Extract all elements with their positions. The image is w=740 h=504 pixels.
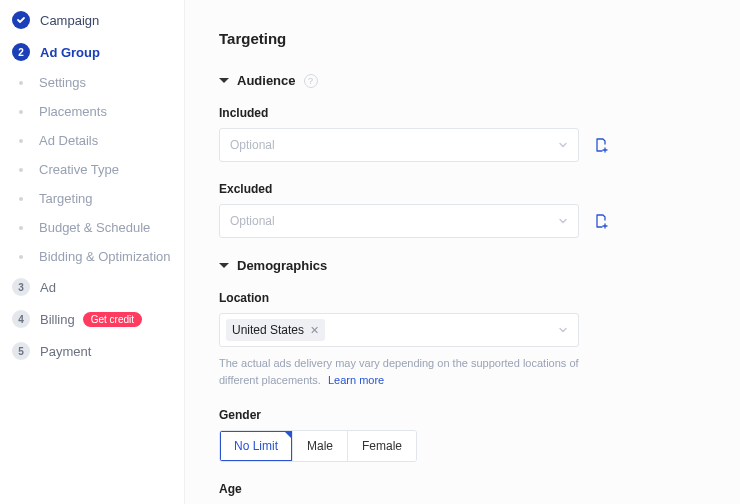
help-icon[interactable]: ? [304,74,318,88]
excluded-label: Excluded [219,182,716,196]
add-document-icon[interactable] [593,137,609,153]
dot-icon [19,226,23,230]
location-chip: United States ✕ [226,319,325,341]
step-number-icon: 2 [12,43,30,61]
dot-icon [19,168,23,172]
learn-more-link[interactable]: Learn more [328,374,384,386]
sub-label: Creative Type [39,162,119,177]
sidebar-sub-bidding-optimization[interactable]: Bidding & Optimization [0,242,184,271]
caret-down-icon [219,78,229,83]
page-title: Targeting [219,30,716,47]
step-ad[interactable]: 3 Ad [0,271,184,303]
location-label: Location [219,291,716,305]
sub-label: Ad Details [39,133,98,148]
add-document-icon[interactable] [593,213,609,229]
step-label: Ad [40,280,56,295]
check-icon [12,11,30,29]
step-number-icon: 4 [12,310,30,328]
location-select[interactable]: United States ✕ [219,313,579,347]
gender-segmented: No Limit Male Female [219,430,417,462]
sidebar-sub-placements[interactable]: Placements [0,97,184,126]
section-title: Audience [237,73,296,88]
section-title: Demographics [237,258,327,273]
sub-label: Targeting [39,191,92,206]
sub-label: Budget & Schedule [39,220,150,235]
step-campaign[interactable]: Campaign [0,4,184,36]
step-ad-group[interactable]: 2 Ad Group [0,36,184,68]
included-select[interactable]: Optional [219,128,579,162]
dot-icon [19,197,23,201]
step-payment[interactable]: 5 Payment [0,335,184,367]
step-number-icon: 5 [12,342,30,360]
sub-label: Settings [39,75,86,90]
location-helper: The actual ads delivery may vary dependi… [219,355,619,388]
sidebar-sub-creative-type[interactable]: Creative Type [0,155,184,184]
dot-icon [19,139,23,143]
demographics-section-header[interactable]: Demographics [219,258,716,273]
step-billing[interactable]: 4 Billing Get credit [0,303,184,335]
main-content: Targeting Audience ? Included Optional [185,0,740,504]
sidebar-sub-ad-details[interactable]: Ad Details [0,126,184,155]
sidebar-sub-targeting[interactable]: Targeting [0,184,184,213]
age-label: Age [219,482,716,496]
audience-section-header[interactable]: Audience ? [219,73,716,88]
placeholder-text: Optional [230,138,275,152]
dot-icon [19,255,23,259]
sub-label: Placements [39,104,107,119]
step-label: Billing [40,312,75,327]
step-label: Campaign [40,13,99,28]
placeholder-text: Optional [230,214,275,228]
get-credit-badge: Get credit [83,312,142,327]
caret-down-icon [219,263,229,268]
included-label: Included [219,106,716,120]
chevron-down-icon [558,138,568,153]
dot-icon [19,81,23,85]
chevron-down-icon [558,214,568,229]
excluded-select[interactable]: Optional [219,204,579,238]
gender-no-limit[interactable]: No Limit [220,431,293,461]
sidebar: Campaign 2 Ad Group Settings Placements … [0,0,185,504]
step-label: Ad Group [40,45,100,60]
step-number-icon: 3 [12,278,30,296]
sidebar-sub-budget-schedule[interactable]: Budget & Schedule [0,213,184,242]
chip-label: United States [232,323,304,337]
dot-icon [19,110,23,114]
sub-label: Bidding & Optimization [39,249,171,264]
gender-female[interactable]: Female [348,431,416,461]
remove-chip-icon[interactable]: ✕ [310,324,319,337]
gender-label: Gender [219,408,716,422]
sidebar-sub-settings[interactable]: Settings [0,68,184,97]
step-label: Payment [40,344,91,359]
chevron-down-icon [558,323,568,338]
gender-male[interactable]: Male [293,431,348,461]
